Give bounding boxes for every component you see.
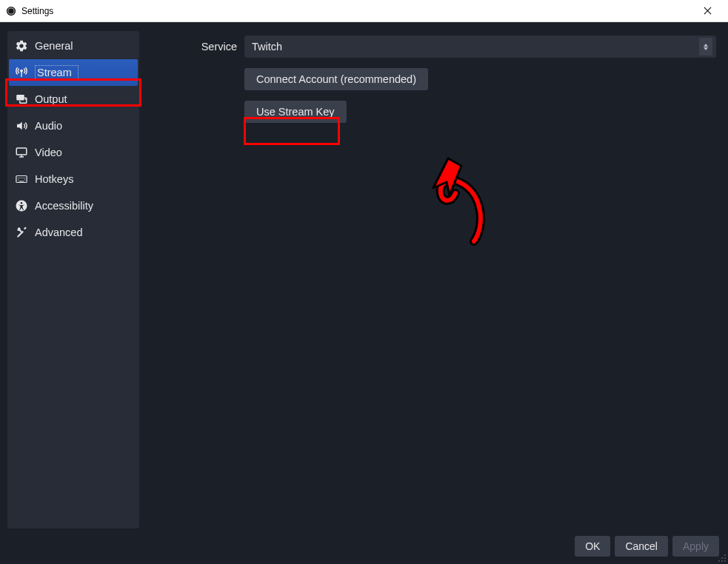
apply-button[interactable]: Apply xyxy=(672,536,719,557)
sidebar-item-stream[interactable]: Stream xyxy=(9,59,138,86)
sidebar-item-output[interactable]: Output xyxy=(9,86,138,113)
svg-point-2 xyxy=(8,8,14,14)
svg-point-10 xyxy=(724,557,726,559)
sidebar-item-advanced[interactable]: Advanced xyxy=(9,219,138,246)
keyboard-icon xyxy=(15,172,28,186)
use-stream-key-button[interactable]: Use Stream Key xyxy=(244,101,347,123)
app-icon xyxy=(6,6,16,16)
accessibility-icon xyxy=(15,199,28,212)
speaker-icon xyxy=(15,119,28,132)
close-button[interactable] xyxy=(692,1,722,21)
dialog-footer: OK Cancel Apply xyxy=(0,528,728,564)
sidebar-item-label: Hotkeys xyxy=(35,173,73,185)
cancel-button[interactable]: Cancel xyxy=(615,536,668,557)
svg-point-11 xyxy=(721,557,723,559)
select-stepper-icon xyxy=(699,38,712,56)
svg-point-13 xyxy=(721,560,723,562)
svg-point-9 xyxy=(724,554,726,556)
sidebar-item-general[interactable]: General xyxy=(9,33,138,59)
annotation-arrow xyxy=(389,152,507,256)
screen-share-icon xyxy=(15,93,28,106)
close-icon xyxy=(704,7,712,15)
settings-sidebar: General Stream Output xyxy=(7,31,139,528)
ok-button[interactable]: OK xyxy=(575,536,610,557)
main-panel: Service Twitch Connect Account (recommen… xyxy=(139,31,721,528)
sidebar-item-label: Output xyxy=(35,93,67,105)
sidebar-item-accessibility[interactable]: Accessibility xyxy=(9,192,138,219)
sidebar-item-label: Audio xyxy=(35,120,62,132)
content-area: General Stream Output xyxy=(0,22,728,528)
display-icon xyxy=(15,146,28,159)
connect-account-button[interactable]: Connect Account (recommended) xyxy=(244,68,428,90)
sidebar-item-label: Advanced xyxy=(35,226,83,238)
svg-point-8 xyxy=(21,202,23,204)
service-value: Twitch xyxy=(252,41,282,53)
resize-grip-icon[interactable] xyxy=(718,554,727,563)
svg-point-14 xyxy=(718,560,720,562)
svg-rect-4 xyxy=(16,95,24,101)
sidebar-item-label: Video xyxy=(35,147,62,158)
svg-point-3 xyxy=(21,70,22,72)
app-body: General Stream Output xyxy=(0,22,728,564)
sidebar-item-label: General xyxy=(35,40,73,52)
window-title: Settings xyxy=(21,6,53,16)
sidebar-item-video[interactable]: Video xyxy=(9,139,138,166)
titlebar: Settings xyxy=(0,0,728,22)
settings-window: Settings General xyxy=(0,0,728,564)
sidebar-item-hotkeys[interactable]: Hotkeys xyxy=(9,166,138,192)
svg-rect-5 xyxy=(16,148,27,155)
sidebar-item-audio[interactable]: Audio xyxy=(9,113,138,139)
service-select[interactable]: Twitch xyxy=(244,36,716,58)
gear-icon xyxy=(15,39,28,53)
antenna-icon xyxy=(15,66,28,79)
svg-point-12 xyxy=(724,560,726,562)
sidebar-item-label: Accessibility xyxy=(35,200,93,212)
sidebar-item-label: Stream xyxy=(35,65,79,80)
tools-icon xyxy=(15,226,28,239)
service-label: Service xyxy=(139,41,237,53)
service-row: Service Twitch xyxy=(139,36,721,58)
